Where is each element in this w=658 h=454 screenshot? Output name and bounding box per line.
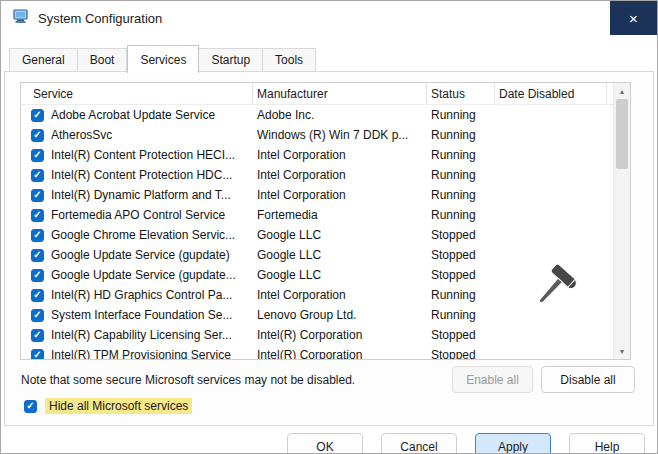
tab-label: Tools <box>275 53 303 67</box>
vertical-scrollbar[interactable]: ▲ ▼ <box>613 83 630 359</box>
tab-boot[interactable]: Boot <box>78 48 128 72</box>
service-checkbox[interactable]: ✓ <box>31 189 44 202</box>
service-checkbox[interactable]: ✓ <box>31 129 44 142</box>
service-manufacturer: Intel Corporation <box>253 188 427 202</box>
service-row[interactable]: ✓ Google Update Service (gupdate... Goog… <box>21 265 613 285</box>
service-row[interactable]: ✓ Google Update Service (gupdate) Google… <box>21 245 613 265</box>
service-row[interactable]: ✓ Intel(R) Capability Licensing Ser... I… <box>21 325 613 345</box>
tab-startup[interactable]: Startup <box>199 48 263 72</box>
system-configuration-window: System Configuration × General Boot Serv… <box>0 0 658 454</box>
check-icon: ✓ <box>33 350 41 359</box>
check-icon: ✓ <box>33 210 41 220</box>
tab-label: Boot <box>90 53 115 67</box>
service-status: Running <box>427 308 495 322</box>
service-manufacturer: Adobe Inc. <box>253 108 427 122</box>
service-status: Running <box>427 168 495 182</box>
service-checkbox[interactable]: ✓ <box>31 309 44 322</box>
service-status: Running <box>427 128 495 142</box>
service-name: Google Update Service (gupdate) <box>51 248 230 262</box>
enable-all-button[interactable]: Enable all <box>452 366 533 393</box>
check-icon: ✓ <box>33 170 41 180</box>
check-icon: ✓ <box>33 290 41 300</box>
service-manufacturer: Google LLC <box>253 228 427 242</box>
service-row[interactable]: ✓ Intel(R) Content Protection HECI... In… <box>21 145 613 165</box>
service-checkbox[interactable]: ✓ <box>31 169 44 182</box>
service-checkbox[interactable]: ✓ <box>31 149 44 162</box>
service-checkbox[interactable]: ✓ <box>31 109 44 122</box>
service-status: Running <box>427 288 495 302</box>
apply-button[interactable]: Apply <box>475 433 551 454</box>
service-checkbox[interactable]: ✓ <box>31 349 44 360</box>
column-header-date-disabled[interactable]: Date Disabled <box>495 83 607 104</box>
service-manufacturer: Google LLC <box>253 248 427 262</box>
help-button[interactable]: Help <box>569 433 645 454</box>
service-manufacturer: Fortemedia <box>253 208 427 222</box>
service-row[interactable]: ✓ AtherosSvc Windows (R) Win 7 DDK p... … <box>21 125 613 145</box>
service-checkbox[interactable]: ✓ <box>31 329 44 342</box>
service-name: Google Chrome Elevation Servic... <box>51 228 235 242</box>
service-name: Intel(R) Content Protection HECI... <box>51 148 235 162</box>
service-row[interactable]: ✓ Google Chrome Elevation Servic... Goog… <box>21 225 613 245</box>
service-checkbox[interactable]: ✓ <box>31 229 44 242</box>
service-row[interactable]: ✓ Adobe Acrobat Update Service Adobe Inc… <box>21 105 613 125</box>
note-text: Note that some secure Microsoft services… <box>21 373 355 387</box>
ok-button[interactable]: OK <box>287 433 363 454</box>
service-row[interactable]: ✓ Intel(R) Content Protection HDC... Int… <box>21 165 613 185</box>
scroll-up-arrow-icon[interactable]: ▲ <box>614 83 630 99</box>
service-status: Stopped <box>427 328 495 342</box>
tab-general[interactable]: General <box>9 48 78 72</box>
service-name: System Interface Foundation Se... <box>51 308 232 322</box>
service-row[interactable]: ✓ Intel(R) TPM Provisioning Service Inte… <box>21 345 613 359</box>
services-list-header: Service Manufacturer Status Date Disable… <box>21 83 613 105</box>
service-name: Google Update Service (gupdate... <box>51 268 236 282</box>
footer-buttons: OKCancelApplyHelp <box>1 433 645 454</box>
window-title: System Configuration <box>38 11 162 26</box>
service-name: Intel(R) Dynamic Platform and T... <box>51 188 231 202</box>
check-icon: ✓ <box>26 401 34 411</box>
service-manufacturer: Google LLC <box>253 268 427 282</box>
service-manufacturer: Intel Corporation <box>253 148 427 162</box>
check-icon: ✓ <box>33 230 41 240</box>
tab-tools[interactable]: Tools <box>263 48 316 72</box>
service-row[interactable]: ✓ System Interface Foundation Se... Leno… <box>21 305 613 325</box>
app-icon <box>13 8 29 28</box>
hide-microsoft-label: Hide all Microsoft services <box>45 398 192 414</box>
services-tab-page: Service Manufacturer Status Date Disable… <box>4 71 654 426</box>
disable-all-button[interactable]: Disable all <box>541 366 635 393</box>
service-row[interactable]: ✓ Intel(R) Dynamic Platform and T... Int… <box>21 185 613 205</box>
tab-strip: General Boot Services Startup Tools <box>9 44 316 72</box>
service-status: Running <box>427 148 495 162</box>
service-list-body: ✓ Adobe Acrobat Update Service Adobe Inc… <box>21 105 613 359</box>
hide-microsoft-checkbox[interactable]: ✓ <box>24 400 37 413</box>
service-name: Intel(R) Content Protection HDC... <box>51 168 232 182</box>
column-header-service[interactable]: Service <box>21 83 253 104</box>
column-header-manufacturer[interactable]: Manufacturer <box>253 83 427 104</box>
service-status: Stopped <box>427 268 495 282</box>
cancel-button[interactable]: Cancel <box>381 433 457 454</box>
service-manufacturer: Windows (R) Win 7 DDK p... <box>253 128 427 142</box>
service-checkbox[interactable]: ✓ <box>31 269 44 282</box>
service-status: Running <box>427 108 495 122</box>
service-row[interactable]: ✓ Intel(R) HD Graphics Control Pa... Int… <box>21 285 613 305</box>
service-name: Intel(R) HD Graphics Control Pa... <box>51 288 232 302</box>
service-checkbox[interactable]: ✓ <box>31 249 44 262</box>
column-header-status[interactable]: Status <box>427 83 495 104</box>
service-manufacturer: Lenovo Group Ltd. <box>253 308 427 322</box>
close-button[interactable]: × <box>610 1 657 35</box>
tab-label: General <box>22 53 65 67</box>
service-checkbox[interactable]: ✓ <box>31 289 44 302</box>
hammer-cursor-icon <box>531 263 581 321</box>
service-status: Stopped <box>427 348 495 359</box>
service-status: Stopped <box>427 228 495 242</box>
hide-microsoft-row[interactable]: ✓ Hide all Microsoft services <box>24 398 192 414</box>
service-manufacturer: Intel(R) Corporation <box>253 328 427 342</box>
service-manufacturer: Intel(R) Corporation <box>253 348 427 359</box>
service-checkbox[interactable]: ✓ <box>31 209 44 222</box>
scroll-down-arrow-icon[interactable]: ▼ <box>614 343 630 359</box>
service-name: Adobe Acrobat Update Service <box>51 108 215 122</box>
service-row[interactable]: ✓ Fortemedia APO Control Service Forteme… <box>21 205 613 225</box>
service-name: Intel(R) Capability Licensing Ser... <box>51 328 232 342</box>
check-icon: ✓ <box>33 190 41 200</box>
tab-services[interactable]: Services <box>127 45 199 73</box>
scrollbar-thumb[interactable] <box>616 99 628 169</box>
